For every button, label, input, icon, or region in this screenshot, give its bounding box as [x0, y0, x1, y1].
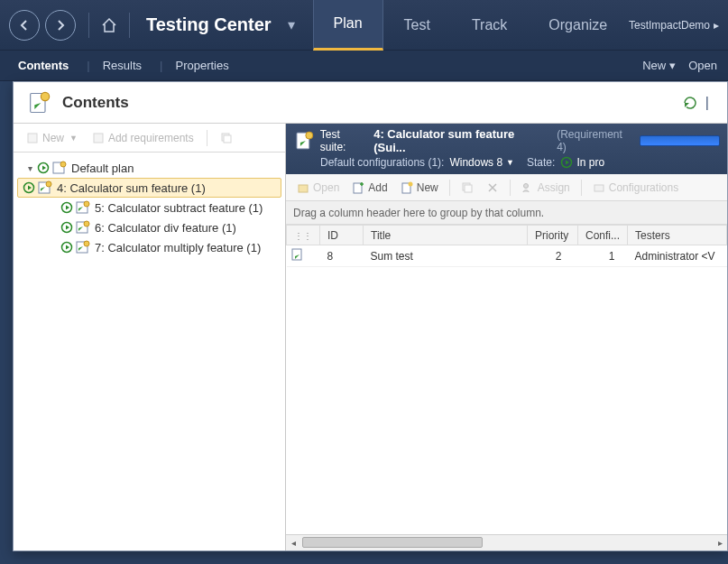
arrow-right-icon: [53, 18, 68, 32]
progress-bar: [640, 135, 720, 146]
panel-title: Contents: [62, 94, 129, 112]
tree: ▾ Default plan 4: Calculator sum feature…: [14, 153, 285, 550]
project-name: TestImpactDemo: [629, 19, 710, 32]
refresh-icon[interactable]: [682, 95, 698, 111]
plan-icon: [51, 161, 68, 175]
svg-point-14: [84, 201, 89, 207]
new-dropdown[interactable]: New ▾: [642, 59, 676, 72]
grid-toolbar: Open Add New: [286, 174, 727, 201]
svg-point-22: [306, 132, 313, 139]
grid-header-row: ⋮⋮ ID Title Priority Confi... Testers: [287, 226, 727, 245]
scroll-right-icon[interactable]: ▸: [713, 535, 727, 550]
forward-button[interactable]: [45, 10, 76, 41]
svg-point-20: [84, 241, 89, 246]
suite-icon: [75, 200, 91, 215]
home-button[interactable]: [97, 13, 122, 38]
separator: |: [87, 59, 89, 72]
suite-requirement: (Requirement 4): [557, 128, 634, 153]
svg-point-30: [523, 183, 528, 188]
project-dropdown[interactable]: TestImpactDemo ▸: [629, 19, 719, 32]
tab-track[interactable]: Track: [451, 0, 528, 51]
config-dropdown[interactable]: Windows 8 ▼: [449, 156, 514, 169]
tree-item[interactable]: 5: Calculator subtract feature (1): [17, 198, 281, 217]
tab-plan[interactable]: Plan: [313, 0, 383, 51]
detail-pane: Test suite: 4: Calculator sum feature (S…: [286, 124, 727, 550]
col-title[interactable]: Title: [364, 226, 528, 245]
col-priority[interactable]: Priority: [527, 226, 577, 245]
grid-row[interactable]: 8 Sum test 2 1 Administrator <V: [287, 245, 727, 267]
tree-item-label: 5: Calculator subtract feature (1): [95, 201, 263, 215]
add-button[interactable]: Add: [346, 180, 392, 196]
group-by-hint[interactable]: Drag a column header here to group by th…: [286, 201, 727, 225]
tab-organize[interactable]: Organize: [528, 0, 628, 51]
copy-icon: [220, 132, 233, 144]
suite-icon: [75, 220, 91, 235]
tree-toolbar: New ▼ Add requirements: [14, 124, 285, 153]
top-bar: Testing Center ▾ Plan Test Track Organiz…: [0, 0, 728, 51]
play-icon: [37, 162, 50, 174]
scroll-left-icon[interactable]: ◂: [286, 535, 300, 550]
tree-item-label: 4: Calculator sum feature (1): [57, 181, 206, 195]
state-label: State:: [527, 156, 555, 169]
assign-icon: [521, 181, 534, 194]
delete-icon: [486, 181, 499, 194]
col-id[interactable]: ID: [320, 226, 364, 245]
back-button[interactable]: [9, 10, 40, 41]
tree-item[interactable]: 4: Calculator sum feature (1): [17, 178, 281, 198]
cell-title: Sum test: [364, 245, 528, 267]
copy-icon: [461, 181, 474, 194]
add-icon: [352, 181, 364, 194]
content-panel: Contents | New ▼ Add requirements: [13, 81, 728, 551]
subtab-results[interactable]: Results: [96, 55, 149, 76]
open-button[interactable]: Open: [291, 180, 345, 196]
new-icon: [401, 181, 413, 194]
assign-button[interactable]: Assign: [516, 180, 576, 196]
horizontal-scrollbar[interactable]: ◂ ▸: [286, 534, 727, 550]
play-icon: [560, 156, 573, 169]
tree-root[interactable]: ▾ Default plan: [17, 158, 281, 178]
tree-new-button[interactable]: New ▼: [21, 130, 83, 146]
open-icon: [297, 181, 309, 194]
new-button[interactable]: New: [395, 180, 444, 196]
svg-point-27: [408, 181, 412, 186]
svg-rect-24: [299, 185, 308, 192]
arrow-left-icon: [17, 18, 32, 32]
col-config[interactable]: Confi...: [577, 226, 627, 245]
open-button[interactable]: Open: [688, 59, 717, 72]
tree-root-label: Default plan: [71, 162, 134, 175]
svg-rect-2: [28, 134, 37, 143]
test-grid: ⋮⋮ ID Title Priority Confi... Testers: [286, 225, 727, 534]
suite-icon: [293, 130, 315, 152]
suite-icon: [37, 180, 53, 195]
chevron-down-icon: ▾: [669, 59, 676, 72]
col-drag[interactable]: ⋮⋮: [287, 226, 320, 245]
suite-title: 4: Calculator sum feature (Sui...: [373, 127, 548, 154]
play-icon: [60, 221, 73, 234]
suite-header: Test suite: 4: Calculator sum feature (S…: [286, 124, 727, 174]
scrollbar-thumb[interactable]: [302, 537, 483, 548]
svg-rect-32: [292, 249, 301, 260]
subtab-contents[interactable]: Contents: [11, 55, 76, 76]
tree-more-button[interactable]: [215, 130, 238, 146]
separator: [581, 180, 582, 196]
chevron-down-icon: ▼: [506, 158, 514, 167]
svg-point-11: [46, 181, 51, 187]
collapse-icon[interactable]: ▾: [24, 163, 35, 173]
subtab-properties[interactable]: Properties: [168, 55, 235, 76]
add-requirements-button[interactable]: Add requirements: [87, 130, 199, 146]
copy-button[interactable]: [456, 180, 479, 196]
requirements-icon: [92, 132, 105, 144]
tree-item[interactable]: 7: Calculator multiply feature (1): [17, 237, 281, 257]
play-icon: [23, 181, 35, 194]
suite-icon: [75, 240, 91, 254]
tree-item[interactable]: 6: Calculator div feature (1): [17, 217, 281, 237]
suite-label: Test suite:: [320, 128, 368, 153]
svg-rect-5: [224, 135, 231, 143]
test-icon: [290, 247, 305, 262]
state-value[interactable]: In pro: [560, 156, 604, 169]
delete-button[interactable]: [481, 180, 504, 196]
col-testers[interactable]: Testers: [628, 226, 727, 245]
title-dropdown[interactable]: ▾: [288, 16, 295, 33]
configurations-button[interactable]: Configurations: [587, 180, 684, 196]
tab-test[interactable]: Test: [383, 0, 451, 51]
